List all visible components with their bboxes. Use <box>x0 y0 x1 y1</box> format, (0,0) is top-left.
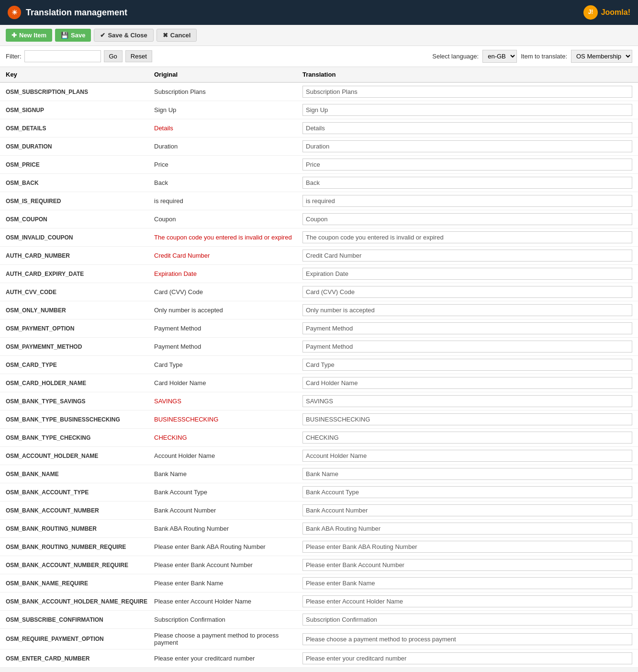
translation-input[interactable] <box>302 195 632 207</box>
cell-translation <box>302 395 632 407</box>
translation-input[interactable] <box>302 432 632 444</box>
table-row: OSM_DURATIONDuration <box>0 137 638 156</box>
translation-input[interactable] <box>302 504 632 516</box>
translation-input[interactable] <box>302 395 632 407</box>
translation-input[interactable] <box>302 595 632 607</box>
translation-input[interactable] <box>302 523 632 535</box>
table-row: OSM_BANK_ACCOUNT_TYPEBank Account Type <box>0 483 638 501</box>
cell-original: Bank ABA Routing Number <box>154 525 302 532</box>
translation-input[interactable] <box>302 633 632 645</box>
translation-input[interactable] <box>302 268 632 280</box>
translation-input[interactable] <box>302 213 632 225</box>
translation-input[interactable] <box>302 86 632 98</box>
cell-original: Bank Name <box>154 470 302 478</box>
cell-original: Coupon <box>154 216 302 223</box>
cancel-button[interactable]: ✖ Cancel <box>157 29 197 42</box>
translation-input[interactable] <box>302 304 632 316</box>
select-language-label: Select language: <box>432 53 479 60</box>
cell-translation <box>302 468 632 480</box>
cell-original: Please enter Bank Name <box>154 580 302 587</box>
go-button[interactable]: Go <box>104 50 123 62</box>
cell-key: OSM_PRICE <box>6 161 154 168</box>
filter-input[interactable] <box>24 50 101 62</box>
translation-input[interactable] <box>302 177 632 189</box>
cell-translation <box>302 304 632 316</box>
table-row: OSM_BANK_TYPE_BUSINESSCHECKINGBUSINESSCH… <box>0 410 638 429</box>
translation-input[interactable] <box>302 286 632 298</box>
cell-translation <box>302 231 632 243</box>
cell-key: OSM_COUPON <box>6 216 154 223</box>
cell-translation <box>302 177 632 189</box>
cell-translation <box>302 359 632 371</box>
cell-original: Subscription Plans <box>154 88 302 95</box>
cell-key: OSM_BANK_TYPE_BUSINESSCHECKING <box>6 416 154 423</box>
table-row: OSM_BANK_ACCOUNT_NUMBERBank Account Numb… <box>0 501 638 520</box>
save-close-button[interactable]: ✔ Save & Close <box>94 29 153 42</box>
cell-key: OSM_SUBSCRIBE_CONFIRMATION <box>6 616 154 623</box>
table-row: OSM_PRICEPrice <box>0 156 638 174</box>
table-row: OSM_ONLY_NUMBEROnly number is accepted <box>0 301 638 319</box>
translation-input[interactable] <box>302 140 632 152</box>
translation-input[interactable] <box>302 377 632 389</box>
translation-input[interactable] <box>302 559 632 571</box>
table-row: OSM_COUPONCoupon <box>0 210 638 228</box>
translation-input[interactable] <box>302 359 632 371</box>
translation-input[interactable] <box>302 231 632 243</box>
cell-key: OSM_ENTER_CARD_NUMBER <box>6 655 154 662</box>
table-row: OSM_BANK_ACCOUNT_HOLDER_NAME_REQUIREPlea… <box>0 592 638 611</box>
cell-translation <box>302 377 632 389</box>
cell-original: Duration <box>154 143 302 150</box>
cell-original: SAVINGS <box>154 398 302 405</box>
translation-input[interactable] <box>302 250 632 262</box>
translation-input[interactable] <box>302 486 632 498</box>
table-row: OSM_INVALID_COUPONThe coupon code you en… <box>0 228 638 247</box>
reset-button[interactable]: Reset <box>125 50 152 62</box>
cell-translation <box>302 341 632 353</box>
translation-input[interactable] <box>302 122 632 134</box>
cell-key: OSM_BANK_ACCOUNT_TYPE <box>6 489 154 496</box>
translation-input[interactable] <box>302 577 632 589</box>
translation-input[interactable] <box>302 541 632 553</box>
cell-original: Back <box>154 179 302 186</box>
item-translate-label: Item to translate: <box>521 53 567 60</box>
cell-key: OSM_BANK_NAME <box>6 471 154 478</box>
cell-original: The coupon code you entered is invalid o… <box>154 234 302 241</box>
table-row: OSM_CARD_TYPECard Type <box>0 356 638 374</box>
cell-key: AUTH_CVV_CODE <box>6 289 154 296</box>
svg-text:J!: J! <box>588 9 593 15</box>
translation-input[interactable] <box>302 468 632 480</box>
joomla-icon: J! <box>583 5 598 20</box>
cell-translation <box>302 523 632 535</box>
cell-original: Subscription Confirmation <box>154 616 302 623</box>
col-key: Key <box>6 71 154 78</box>
translation-input[interactable] <box>302 159 632 171</box>
new-item-label: New Item <box>19 32 46 39</box>
cancel-label: Cancel <box>170 32 191 39</box>
cell-original: Bank Account Type <box>154 489 302 496</box>
translation-input[interactable] <box>302 341 632 353</box>
cell-original: Please enter your creditcard number <box>154 655 302 662</box>
cell-original: Account Holder Name <box>154 452 302 459</box>
save-label: Save <box>71 32 85 39</box>
table-row: OSM_SUBSCRIPTION_PLANSSubscription Plans <box>0 83 638 101</box>
item-select[interactable]: OS Membership <box>571 50 632 63</box>
table-row: AUTH_CARD_EXPIRY_DATEExpiration Date <box>0 265 638 283</box>
cell-translation <box>302 322 632 334</box>
save-close-label: Save & Close <box>108 32 147 39</box>
translation-input[interactable] <box>302 413 632 425</box>
translation-input[interactable] <box>302 614 632 626</box>
translation-input[interactable] <box>302 322 632 334</box>
cell-original: Credit Card Number <box>154 252 302 259</box>
translation-input[interactable] <box>302 450 632 462</box>
language-select[interactable]: en-GB <box>482 50 517 63</box>
toolbar: ✚ New Item 💾 Save ✔ Save & Close ✖ Cance… <box>0 25 638 46</box>
save-button[interactable]: 💾 Save <box>55 29 91 42</box>
cell-translation <box>302 652 632 664</box>
cell-key: OSM_BANK_TYPE_CHECKING <box>6 434 154 441</box>
translation-input[interactable] <box>302 652 632 664</box>
new-item-button[interactable]: ✚ New Item <box>6 29 52 42</box>
translation-input[interactable] <box>302 104 632 116</box>
cell-translation <box>302 286 632 298</box>
cell-translation <box>302 541 632 553</box>
cell-original: is required <box>154 197 302 205</box>
